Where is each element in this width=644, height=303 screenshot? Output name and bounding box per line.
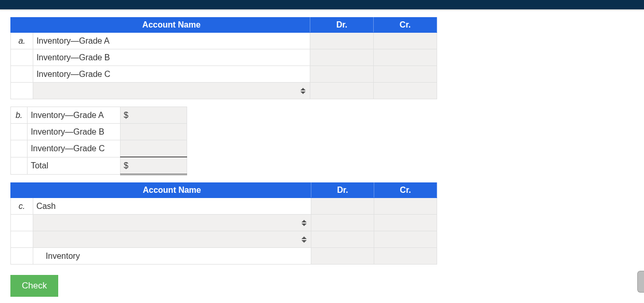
cr-cell[interactable] [374,198,437,215]
table-row: c. Cash [11,198,437,215]
dr-cell[interactable] [311,231,374,248]
app-topbar [0,0,644,10]
valuation-table-b: b. Inventory—Grade A $ Inventory—Grade B… [10,107,187,175]
cr-cell[interactable] [374,215,437,231]
amount-cell[interactable]: $ [121,107,187,124]
header-cr: Cr. [374,18,437,33]
cr-cell[interactable] [374,49,437,66]
dr-cell[interactable] [310,83,374,99]
row-label [11,83,33,99]
row-label-b: b. [11,107,28,124]
chevron-sort-icon [301,236,307,243]
account-cell: Inventory—Grade B [28,124,121,140]
row-label [11,124,28,140]
cr-cell[interactable] [374,66,437,83]
table-row: Inventory—Grade C [11,140,187,157]
header-account: Account Name [33,18,310,33]
dr-cell[interactable] [310,33,374,49]
cr-cell[interactable] [374,231,437,248]
cr-cell[interactable] [374,83,437,99]
total-amount-cell[interactable]: $ [121,157,187,175]
chevron-sort-icon [301,220,307,226]
dr-cell[interactable] [311,215,374,231]
table-row: Inventory—Grade B [11,49,437,66]
row-label [11,215,33,231]
row-label-a: a. [11,33,33,49]
row-label [11,49,33,66]
table-row [11,83,437,99]
cr-cell[interactable] [374,33,437,49]
account-select[interactable] [33,231,311,248]
amount-cell[interactable] [121,140,187,157]
dr-cell[interactable] [311,248,374,265]
journal-table-a: Account Name Dr. Cr. a. Inventory—Grade … [10,17,437,99]
header-dr: Dr. [311,183,374,198]
table-row [11,215,437,231]
row-label [11,157,28,175]
table-row: b. Inventory—Grade A $ [11,107,187,124]
row-label [11,231,33,248]
account-cell[interactable]: Inventory—Grade C [33,66,310,83]
table-row [11,231,437,248]
total-label: Total [28,157,121,175]
table-row: Total $ [11,157,187,175]
header-account: Account Name [33,183,311,198]
account-cell: Inventory—Grade C [28,140,121,157]
row-label [11,248,33,265]
account-select[interactable] [33,215,311,231]
header-blank [11,183,33,198]
account-select[interactable] [33,83,310,99]
dr-cell[interactable] [310,66,374,83]
table-row: Inventory—Grade C [11,66,437,83]
header-cr: Cr. [374,183,437,198]
header-dr: Dr. [310,18,374,33]
row-label-c: c. [11,198,33,215]
row-label [11,140,28,157]
chevron-sort-icon [300,88,306,94]
header-blank [11,18,33,33]
account-cell: Inventory—Grade A [28,107,121,124]
account-cell[interactable]: Inventory [33,248,311,265]
journal-table-c: Account Name Dr. Cr. c. Cash [10,182,437,265]
page-content: Account Name Dr. Cr. a. Inventory—Grade … [0,10,644,303]
amount-cell[interactable] [121,124,187,140]
table-row: Inventory [11,248,437,265]
side-tab[interactable] [637,271,644,293]
cr-cell[interactable] [374,248,437,265]
account-cell[interactable]: Inventory—Grade B [33,49,310,66]
account-cell[interactable]: Inventory—Grade A [33,33,310,49]
table-row: a. Inventory—Grade A [11,33,437,49]
dr-cell[interactable] [310,49,374,66]
row-label [11,66,33,83]
dr-cell[interactable] [311,198,374,215]
check-button[interactable]: Check [10,275,58,297]
account-cell[interactable]: Cash [33,198,311,215]
table-row: Inventory—Grade B [11,124,187,140]
